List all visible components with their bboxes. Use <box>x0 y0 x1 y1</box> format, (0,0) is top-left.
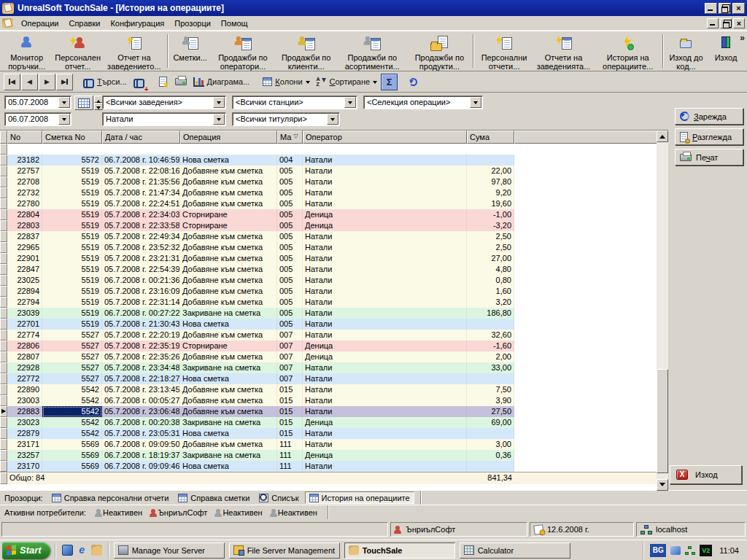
totals-toggle-button[interactable]: Σ <box>381 74 398 90</box>
vertical-scrollbar[interactable] <box>657 131 668 491</box>
table-row[interactable]: 22894551905.7.2008 г. 23:16:09Добавяне к… <box>0 286 668 297</box>
user-item[interactable]: Неактивен <box>214 508 266 518</box>
mdi-child-icon[interactable] <box>2 18 13 28</box>
window-tab[interactable]: Справка сметки <box>174 491 253 504</box>
menu-item[interactable]: Помощ <box>216 17 253 30</box>
menu-item[interactable]: Конфигурация <box>105 17 169 30</box>
toolbar-button-sales-operators[interactable]: Продажби по оператори... <box>210 32 276 70</box>
print-button[interactable] <box>172 74 190 90</box>
close-button[interactable] <box>732 3 745 14</box>
date-to-field[interactable]: 06.07.2008 <box>4 112 71 126</box>
tray-display-icon[interactable] <box>670 546 681 555</box>
toolbar-overflow-chevron[interactable]: » <box>740 33 745 43</box>
table-row[interactable]: 22890554205.7.2008 г. 23:13:45Добавяне к… <box>0 384 668 395</box>
toolbar-button-exit-to-code[interactable]: Изход до код... <box>666 32 706 70</box>
venue-filter[interactable]: <Всички заведения> <box>102 96 226 109</box>
toolbar-button-sales-products[interactable]: Продажби по продукти... <box>408 32 471 70</box>
window-tab[interactable]: Списък <box>255 491 302 504</box>
table-row[interactable]: ▶22883554205.7.2008 г. 23:06:48Добавяне … <box>0 406 668 417</box>
taskbar-task[interactable]: Manage Your Server <box>114 542 225 559</box>
toolbar-button-sales-clients[interactable]: Продажби по клиенти... <box>276 32 336 70</box>
dropdown-arrow-icon[interactable] <box>213 97 225 108</box>
user-item[interactable]: Неактивен <box>269 508 322 518</box>
column-header-account[interactable]: Сметка No <box>42 131 102 144</box>
toolbar-button-monitor-orders[interactable]: Монитор поръчки... <box>1 32 52 70</box>
sort-button[interactable]: AZ Сортиране <box>314 74 381 90</box>
column-header-station[interactable]: Ма▽ <box>277 131 303 144</box>
taskbar-task[interactable]: Calculator <box>460 542 570 559</box>
tray-antivirus-icon[interactable]: V2 <box>700 545 712 556</box>
date-from-field[interactable]: 05.07.2008 <box>4 96 71 109</box>
table-row[interactable]: 22757551905.7.2008 г. 22:08:16Добавяне к… <box>0 166 668 176</box>
search-button[interactable]: Търси... <box>80 74 130 90</box>
dropdown-arrow-icon[interactable] <box>327 114 338 125</box>
table-row[interactable]: 22901551905.7.2008 г. 23:21:31Добавяне к… <box>0 253 668 264</box>
table-row[interactable]: 23171556906.7.2008 г. 09:09:50Добавяне к… <box>0 439 668 450</box>
toolbar-button-venue-report[interactable]: Отчет на заведението... <box>104 32 165 70</box>
station-filter[interactable]: <Всички станции> <box>232 96 357 109</box>
touchsale-launcher-icon[interactable] <box>91 545 102 556</box>
toolbar-button-sales-assortments[interactable]: Продажби по асортименти... <box>336 32 408 70</box>
column-header-operator[interactable]: Оператор <box>303 131 467 144</box>
start-button[interactable]: Start <box>2 542 50 559</box>
menu-item[interactable]: Справки <box>63 17 105 30</box>
columns-button[interactable]: Колони <box>260 74 312 90</box>
table-row[interactable]: 22780551905.7.2008 г. 22:24:51Добавяне к… <box>0 198 668 209</box>
taskbar-task[interactable]: TouchSale <box>344 542 455 559</box>
scrollbar-thumb[interactable] <box>657 369 668 473</box>
chart-button[interactable]: Диаграма... <box>190 74 253 90</box>
dropdown-arrow-icon[interactable] <box>58 97 70 108</box>
table-row[interactable]: 23257556906.7.2008 г. 18:19:37Закриване … <box>0 450 668 461</box>
load-button[interactable]: Зарежда <box>675 108 743 125</box>
mdi-close-button[interactable] <box>733 18 745 28</box>
restore-button[interactable] <box>719 3 731 14</box>
first-record-button[interactable]: ◀ <box>4 74 20 90</box>
table-row[interactable]: 22804551905.7.2008 г. 22:34:03Сторниране… <box>0 209 668 220</box>
window-tab[interactable]: История на операциите <box>305 491 414 504</box>
toolbar-button-accounts[interactable]: Сметки... <box>171 32 210 70</box>
window-tab[interactable]: Справка персонални отчети <box>48 491 173 504</box>
user-item[interactable]: ЪнриълСофт <box>149 508 212 518</box>
last-record-button[interactable]: ▶ <box>56 74 73 90</box>
view-button[interactable]: Разглежда <box>675 128 743 145</box>
toolbar-button-operations-history[interactable]: История на операциите... <box>595 32 660 70</box>
calendar-button[interactable] <box>74 96 93 110</box>
table-row[interactable]: 22794551905.7.2008 г. 22:31:14Добавяне к… <box>0 297 668 308</box>
scroll-up-button[interactable] <box>657 131 668 142</box>
internet-explorer-icon[interactable]: e <box>77 545 88 556</box>
dropdown-arrow-icon[interactable] <box>470 97 481 108</box>
table-row[interactable]: 23023554206.7.2008 г. 00:20:38Закриване … <box>0 417 668 428</box>
table-row[interactable]: 23170556906.7.2008 г. 09:09:46Нова сметк… <box>0 461 668 472</box>
print-preview-button[interactable] <box>155 74 171 90</box>
show-desktop-icon[interactable] <box>62 545 73 556</box>
next-record-button[interactable]: ▶ <box>39 74 55 90</box>
search-next-button[interactable]: + <box>131 74 147 90</box>
toolbar-button-venue-reports[interactable]: Отчети на заведенията... <box>532 32 596 70</box>
print-report-button[interactable]: Печат <box>675 149 743 166</box>
column-header-operation[interactable]: Операция <box>180 131 277 144</box>
table-row[interactable]: 23039551906.7.2008 г. 00:27:22Закриване … <box>0 308 668 319</box>
table-row[interactable]: 22803551905.7.2008 г. 22:33:58Сторниране… <box>0 220 668 231</box>
column-header-datetime[interactable]: Дата / час <box>102 131 180 144</box>
table-row[interactable]: 22774552705.7.2008 г. 22:20:19Добавяне к… <box>0 330 668 341</box>
user-item[interactable]: Неактивен <box>94 508 147 518</box>
table-row[interactable]: 22701551905.7.2008 г. 21:30:43Нова сметк… <box>0 319 668 330</box>
table-row[interactable]: 22837551905.7.2008 г. 22:49:34Добавяне к… <box>0 231 668 242</box>
tray-network-icon[interactable] <box>685 546 695 555</box>
table-row[interactable]: 22806552705.7.2008 г. 22:35:19Сторниране… <box>0 341 668 351</box>
exit-button[interactable]: X Изход <box>670 465 742 484</box>
table-row[interactable]: 22879554205.7.2008 г. 23:05:31Нова сметк… <box>0 428 668 439</box>
dropdown-arrow-icon[interactable] <box>344 97 356 108</box>
column-header-sum[interactable]: Сума <box>467 131 514 144</box>
table-row[interactable]: 22928552705.7.2008 г. 23:34:48Закриване … <box>0 362 668 373</box>
menu-item[interactable]: Операции <box>16 17 63 30</box>
table-row[interactable]: 22732551905.7.2008 г. 21:47:34Добавяне к… <box>0 187 668 198</box>
table-row[interactable]: 23003554206.7.2008 г. 00:05:27Добавяне к… <box>0 395 668 406</box>
scroll-down-button[interactable] <box>657 479 668 491</box>
column-header-no[interactable]: No <box>7 131 42 144</box>
dropdown-arrow-icon[interactable] <box>213 114 225 125</box>
table-row[interactable]: 22708551905.7.2008 г. 21:35:56Добавяне к… <box>0 176 668 187</box>
mdi-minimize-button[interactable] <box>707 18 719 28</box>
holders-filter[interactable]: <Всички титуляри> <box>232 112 340 126</box>
operator-filter[interactable]: Натали <box>102 112 226 126</box>
